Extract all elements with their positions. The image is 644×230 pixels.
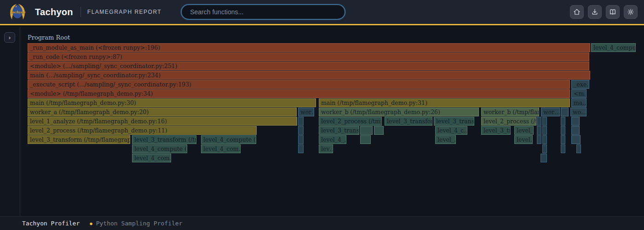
flame-frame[interactable] — [561, 144, 565, 153]
flame-frame[interactable]: wor… — [541, 108, 560, 116]
flamegraph-canvas: Program Root _run_module_as_main (<froze… — [20, 27, 644, 216]
flame-frame[interactable]: level_3_transform (/tmp/fl… — [132, 135, 196, 144]
flame-frame[interactable]: _run_code (<frozen runpy>:87) — [28, 52, 589, 61]
flame-frame[interactable] — [561, 126, 565, 135]
header-divider — [80, 7, 81, 17]
brightness-icon — [627, 8, 635, 16]
flame-frame[interactable]: <m… — [571, 89, 586, 98]
sidebar-toggle-button[interactable]: › — [4, 32, 15, 43]
flame-frame[interactable]: worker_b (/tmp/flamegraph_demo.py:26) — [319, 108, 479, 116]
status-bar: Tachyon Profiler ● Python Sampling Profi… — [0, 216, 644, 230]
flame-frame[interactable]: level_… — [514, 126, 534, 135]
flame-frame[interactable] — [571, 117, 580, 126]
flame-frame[interactable]: level… — [514, 135, 533, 144]
flame-frame[interactable]: lev… — [319, 144, 333, 153]
flame-frame[interactable] — [537, 135, 541, 144]
flame-frame[interactable]: ma… — [571, 98, 586, 107]
flame-frame[interactable]: level_3_tr… — [481, 126, 511, 135]
flame-frame[interactable]: wor… — [298, 108, 314, 116]
docs-button[interactable] — [606, 5, 620, 19]
flame-frame[interactable] — [561, 108, 569, 116]
flame-frame[interactable] — [561, 117, 565, 126]
status-dot-icon: ● — [90, 221, 92, 226]
flame-frame[interactable] — [360, 135, 371, 144]
flame-frame[interactable] — [561, 135, 565, 144]
flame-frame[interactable]: level_2_process (/tm… — [481, 117, 536, 126]
collapsed-sidebar: › — [0, 27, 20, 216]
flame-frame[interactable]: level_… — [435, 135, 456, 144]
search-input[interactable] — [181, 4, 345, 20]
flame-frame[interactable]: level_2_process (/tmp/fla… — [319, 117, 382, 126]
flame-frame[interactable]: <module> (.../sampling/_sync_coordinator… — [28, 62, 589, 70]
flame-frame[interactable] — [542, 126, 547, 135]
flame-frame[interactable] — [542, 117, 547, 126]
status-app-name: Tachyon Profiler — [22, 220, 80, 227]
flame-frame[interactable] — [537, 117, 541, 126]
flame-frame[interactable]: main (/tmp/flamegraph_demo.py:30) — [28, 98, 316, 107]
flame-frame[interactable]: level_4_compute (/t… — [132, 144, 187, 153]
flame-root-label: Program Root — [28, 34, 70, 41]
svg-text:Tachyon: Tachyon — [10, 10, 25, 14]
download-icon — [591, 8, 599, 16]
flame-frame[interactable]: level_3_transform (/tmp/flamegraph_dem… — [28, 135, 130, 144]
flame-frame[interactable] — [542, 144, 547, 153]
app-title: Tachyon — [35, 7, 73, 17]
flame-frame[interactable] — [374, 126, 384, 135]
report-type-label: FLAMEGRAPH REPORT — [87, 9, 161, 15]
flame-frame[interactable] — [576, 144, 581, 153]
home-icon — [573, 8, 581, 16]
status-description: Python Sampling Profiler — [96, 220, 183, 227]
flame-frame[interactable] — [571, 126, 580, 135]
flame-frame[interactable]: level_4_com… — [201, 144, 241, 153]
flame-frame[interactable]: main (.../sampling/_sync_coordinator.py:… — [28, 71, 590, 80]
flame-frame[interactable]: <module> (/tmp/flamegraph_demo.py:34) — [28, 89, 570, 98]
flame-frame[interactable] — [298, 144, 304, 153]
tachyon-logo: Tachyon — [7, 2, 28, 22]
flame-frame[interactable]: worker_a (/tmp/flamegraph_demo.py:20) — [28, 108, 297, 116]
flame-frame[interactable]: level_1_analyze (/tmp/flamegraph_demo.py… — [28, 117, 297, 126]
flame-frame[interactable]: level_4_comput… — [591, 43, 636, 52]
theme-button[interactable] — [624, 5, 638, 19]
flame-frame[interactable] — [542, 135, 547, 144]
flame-frame[interactable]: level_4_compute (/t… — [201, 135, 256, 144]
flame-frame[interactable] — [360, 126, 373, 135]
flame-frame[interactable]: _execute_script (.../sampling/_sync_coor… — [28, 80, 570, 89]
book-icon — [609, 8, 617, 16]
flame-frame[interactable] — [540, 154, 547, 162]
flame-frame[interactable]: level_4_com… — [132, 154, 171, 162]
flame-frame[interactable] — [298, 126, 304, 135]
flame-frame[interactable] — [298, 135, 304, 144]
flame-frame[interactable]: level_3_transform… — [385, 117, 432, 126]
flame-frame[interactable] — [571, 135, 581, 144]
flame-frame[interactable]: wo… — [570, 108, 586, 116]
flame-frame[interactable]: level_2_process (/tmp/flamegraph_demo.py… — [28, 126, 257, 135]
flame-frame[interactable]: worker_b (/tmp/flame… — [481, 108, 539, 116]
home-button[interactable] — [570, 5, 584, 19]
flame-frame[interactable]: _run_module_as_main (<frozen runpy>:196) — [28, 43, 590, 52]
flame-frame[interactable]: main (/tmp/flamegraph_demo.py:31) — [319, 98, 570, 107]
flame-frame[interactable]: _exe… — [571, 80, 589, 89]
flame-frame[interactable] — [537, 126, 541, 135]
download-button[interactable] — [588, 5, 602, 19]
flame-frame[interactable] — [298, 117, 304, 126]
flame-frame[interactable]: level_3_transf… — [319, 126, 359, 135]
flame-frame[interactable]: level_4_… — [319, 135, 346, 144]
app-header: Tachyon Tachyon FLAMEGRAPH REPORT — [0, 0, 644, 25]
flame-frame[interactable]: level_3_trans… — [434, 117, 474, 126]
header-actions — [570, 5, 638, 19]
flame-frame[interactable]: level_4_c… — [435, 126, 467, 135]
